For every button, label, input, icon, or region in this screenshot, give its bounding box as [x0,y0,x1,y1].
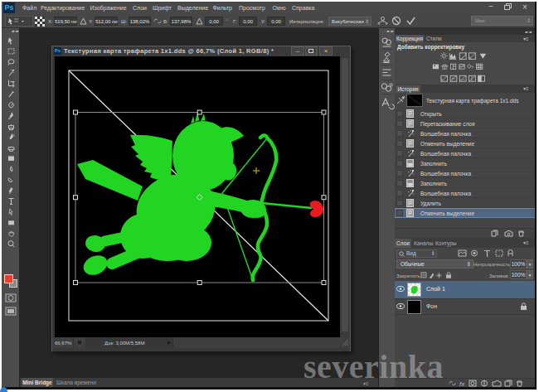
svg-text:fx: fx [459,380,465,388]
